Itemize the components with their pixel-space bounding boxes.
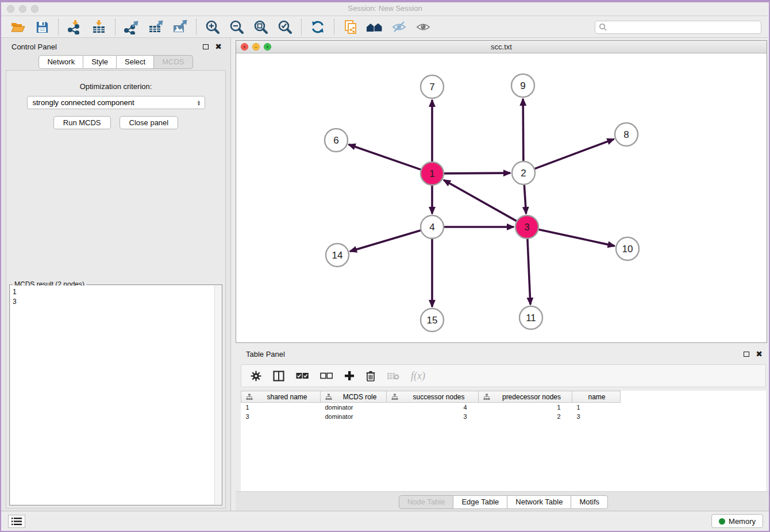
list-icon <box>11 518 22 526</box>
graph-edge-1-2[interactable] <box>444 173 510 174</box>
close-icon: ✖ <box>215 43 222 50</box>
table-cell[interactable]: 1 <box>479 403 572 412</box>
export-image-button[interactable] <box>168 18 192 36</box>
gear-icon <box>251 371 261 381</box>
table-cell[interactable]: dominator <box>321 412 387 421</box>
hierarchy-icon <box>325 394 332 400</box>
delete-selected-button[interactable] <box>366 371 375 381</box>
graph-edge-2-9[interactable] <box>523 99 523 161</box>
close-panel-action-button[interactable]: Close panel <box>120 116 179 129</box>
table-cell[interactable]: 3 <box>241 412 321 421</box>
column-header-name[interactable]: name <box>572 391 621 403</box>
zoom-out-button[interactable] <box>225 18 249 36</box>
graph-node-label-6: 6 <box>333 135 338 146</box>
table-panel-title: Table Panel <box>246 350 285 358</box>
memory-label: Memory <box>729 517 756 526</box>
table-cell[interactable]: 3 <box>572 412 621 421</box>
graph-edge-3-10[interactable] <box>539 229 615 246</box>
graph-node-label-9: 9 <box>520 80 525 91</box>
result-scrollbar[interactable] <box>214 286 221 504</box>
task-history-button[interactable] <box>8 515 25 528</box>
float-panel-button[interactable] <box>201 41 211 52</box>
zoom-in-button[interactable] <box>201 18 225 36</box>
save-session-button[interactable] <box>30 18 54 36</box>
column-header-predecessor-nodes[interactable]: predecessor nodes <box>479 391 572 403</box>
search-input[interactable] <box>607 21 761 33</box>
save-floppy-icon <box>35 20 49 34</box>
network-window-titlebar[interactable]: × − + scc.txt <box>236 41 767 53</box>
graph-edge-3-1[interactable] <box>444 180 517 221</box>
import-table-button[interactable] <box>87 18 111 36</box>
table-cell[interactable]: 1 <box>241 403 321 412</box>
select-all-icon <box>296 372 309 380</box>
close-table-panel-button[interactable]: ✖ <box>754 349 764 359</box>
new-network-from-selection-button[interactable] <box>338 18 363 36</box>
tab-style[interactable]: Style <box>83 55 117 69</box>
table-row[interactable]: 3dominator323 <box>241 412 621 421</box>
apply-layout-button[interactable] <box>306 18 330 36</box>
graph-edge-3-11[interactable] <box>528 239 530 304</box>
control-panel-tabs: Network Style Select MCDS <box>1 55 230 69</box>
graph-edge-2-8[interactable] <box>535 139 614 169</box>
tab-edge-table[interactable]: Edge Table <box>453 495 507 509</box>
memory-status-icon <box>719 518 725 525</box>
tab-node-table[interactable]: Node Table <box>399 495 454 509</box>
tab-network-table[interactable]: Network Table <box>507 495 571 509</box>
tab-motifs[interactable]: Motifs <box>571 495 608 509</box>
tab-mcds[interactable]: MCDS <box>154 55 192 69</box>
search-icon <box>599 23 607 32</box>
show-hidden-button[interactable] <box>411 18 435 36</box>
graph-edge-1-6[interactable] <box>349 145 421 170</box>
hierarchy-icon <box>246 394 253 400</box>
hide-selected-button[interactable] <box>387 18 411 36</box>
table-cell[interactable]: 4 <box>387 403 479 412</box>
delete-table-icon <box>387 372 399 380</box>
table-cell[interactable]: 3 <box>387 412 479 421</box>
add-column-button[interactable] <box>344 371 355 381</box>
table-cell[interactable]: dominator <box>321 403 387 412</box>
close-panel-button[interactable]: ✖ <box>213 41 224 52</box>
table-tabs-bar: Node Table Edge Table Network Table Moti… <box>236 491 770 512</box>
zoom-selected-icon <box>278 20 293 35</box>
export-network-button[interactable] <box>120 18 144 36</box>
search-field <box>595 21 761 34</box>
tab-network[interactable]: Network <box>38 55 83 69</box>
table-cell[interactable]: 1 <box>572 403 621 412</box>
table-header-row: shared name MCDS role successor nodes pr… <box>241 391 621 403</box>
graph-node-label-1: 1 <box>429 168 434 179</box>
open-session-button[interactable] <box>6 18 30 36</box>
network-graph[interactable]: 1234678910111415 <box>236 53 767 342</box>
graph-node-label-15: 15 <box>427 315 438 326</box>
network-canvas[interactable]: 1234678910111415 <box>236 53 767 342</box>
float-table-panel-button[interactable] <box>741 349 752 359</box>
main-toolbar <box>1 17 769 38</box>
table-settings-button[interactable] <box>251 371 261 381</box>
column-header-shared-name[interactable]: shared name <box>241 391 321 403</box>
memory-button[interactable]: Memory <box>711 514 763 528</box>
criterion-select[interactable]: strongly connected component ▲▼ <box>27 96 205 109</box>
clear-selection-button[interactable] <box>320 372 333 380</box>
delete-table-button-disabled <box>387 372 399 380</box>
window-title: Session: New Session <box>1 4 769 13</box>
tab-select[interactable]: Select <box>117 55 154 69</box>
toolbar-separator <box>115 19 116 35</box>
column-header-mcds-role[interactable]: MCDS role <box>321 391 387 403</box>
graph-edge-2-3[interactable] <box>524 185 526 214</box>
export-table-button[interactable] <box>144 18 168 36</box>
toolbar-separator <box>301 19 302 35</box>
column-browser-button[interactable] <box>273 371 284 381</box>
import-network-button[interactable] <box>63 18 87 36</box>
select-all-button[interactable] <box>296 372 309 380</box>
toolbar-separator <box>58 19 59 35</box>
first-neighbors-button[interactable] <box>363 18 387 36</box>
column-header-successor-nodes[interactable]: successor nodes <box>387 391 479 403</box>
close-icon: ✖ <box>756 350 763 357</box>
optimization-criterion-label: Optimization criterion: <box>6 82 225 91</box>
zoom-fit-button[interactable] <box>249 18 273 36</box>
zoom-selected-button[interactable] <box>273 18 297 36</box>
table-cell[interactable]: 2 <box>479 412 572 421</box>
run-mcds-button[interactable]: Run MCDS <box>53 116 111 129</box>
graph-edge-4-14[interactable] <box>350 230 421 251</box>
mcds-result-text[interactable]: 1 3 <box>10 286 214 504</box>
table-row[interactable]: 1dominator411 <box>241 403 621 412</box>
